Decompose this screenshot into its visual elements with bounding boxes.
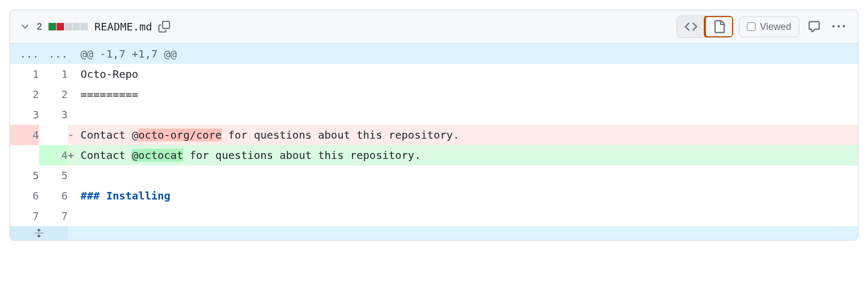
code-content (81, 105, 858, 125)
line-number-old[interactable]: 5 (10, 165, 39, 186)
source-view-button[interactable] (677, 16, 705, 37)
file-header: 2 README.md Viewed (10, 10, 858, 44)
line-number-new[interactable]: 2 (39, 84, 68, 105)
hunk-header-row: @@ -1,7 +1,7 @@ (10, 44, 858, 64)
code-content: Contact @octocat for questions about thi… (81, 145, 858, 165)
code-content (81, 165, 858, 186)
change-count: 2 (37, 21, 42, 33)
diff-file-container: 2 README.md Viewed (10, 10, 858, 241)
line-number-old[interactable]: 4 (10, 125, 39, 145)
line-number-old[interactable]: 2 (10, 84, 39, 105)
diffstat-block (81, 23, 88, 30)
line-number-new[interactable]: 6 (39, 186, 68, 206)
hunk-expand-new[interactable] (39, 44, 68, 64)
diff-line[interactable]: 33 (10, 105, 858, 125)
file-icon (713, 20, 726, 33)
code-content: Octo-Repo (81, 64, 858, 84)
view-toggle-group (677, 15, 734, 38)
viewed-checkbox[interactable]: Viewed (739, 17, 799, 37)
code-content (81, 206, 858, 226)
code-content: ========= (81, 84, 858, 105)
diff-line[interactable]: 4+Contact @octocat for questions about t… (10, 145, 858, 165)
hunk-header: @@ -1,7 +1,7 @@ (81, 44, 858, 64)
chevron-down-icon (20, 21, 30, 32)
kebab-menu[interactable] (829, 17, 848, 36)
collapse-toggle[interactable] (20, 21, 30, 32)
rendered-view-button[interactable] (705, 16, 733, 37)
code-content: ### Installing (81, 186, 858, 206)
diff-line[interactable]: 66### Installing (10, 186, 858, 206)
line-number-new[interactable]: 1 (39, 64, 68, 84)
code-content: Contact @octo-org/core for questions abo… (81, 125, 858, 145)
line-number-new[interactable]: 5 (39, 165, 68, 186)
line-number-old[interactable]: 3 (10, 105, 39, 125)
filename[interactable]: README.md (94, 20, 152, 33)
line-number-new[interactable] (39, 125, 68, 145)
copy-icon (158, 21, 170, 33)
line-number-new[interactable]: 3 (39, 105, 68, 125)
expand-down-row[interactable] (10, 226, 858, 240)
line-number-old[interactable] (10, 145, 39, 165)
copy-path-button[interactable] (158, 21, 170, 33)
diffstat (49, 23, 88, 30)
diff-line[interactable]: 77 (10, 206, 858, 226)
viewed-label: Viewed (760, 21, 791, 33)
viewed-checkbox-input[interactable] (747, 22, 756, 31)
diff-table: @@ -1,7 +1,7 @@ 11Octo-Repo22=========33… (10, 44, 858, 226)
diffstat-block (49, 23, 56, 30)
diff-line[interactable]: 55 (10, 165, 858, 186)
line-number-old[interactable]: 6 (10, 186, 39, 206)
line-number-old[interactable]: 1 (10, 64, 39, 84)
line-number-new[interactable]: 4 (39, 145, 68, 165)
unfold-icon (34, 228, 44, 238)
kebab-icon (832, 20, 845, 33)
diff-line[interactable]: 4-Contact @octo-org/core for questions a… (10, 125, 858, 145)
line-number-old[interactable]: 7 (10, 206, 39, 226)
file-header-right: Viewed (677, 15, 848, 38)
diffstat-block (57, 23, 64, 30)
file-header-left: 2 README.md (20, 20, 170, 33)
hunk-expand-old[interactable] (10, 44, 39, 64)
code-icon (685, 20, 697, 33)
diffstat-block (65, 23, 72, 30)
comment-button[interactable] (805, 17, 824, 36)
comment-icon (808, 20, 821, 33)
diff-line[interactable]: 11Octo-Repo (10, 64, 858, 84)
diffstat-block (73, 23, 80, 30)
diff-line[interactable]: 22========= (10, 84, 858, 105)
line-number-new[interactable]: 7 (39, 206, 68, 226)
